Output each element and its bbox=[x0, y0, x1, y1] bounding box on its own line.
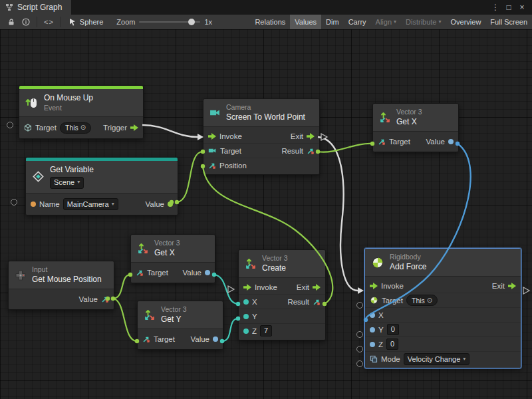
vector3-port-icon[interactable] bbox=[136, 269, 144, 277]
node-screen-to-world-point[interactable]: Camera Screen To World Point Invoke Exit… bbox=[203, 98, 320, 175]
y-value-input[interactable]: 0 bbox=[387, 324, 399, 335]
vector3-port-icon[interactable] bbox=[101, 295, 109, 303]
zoom-slider-thumb[interactable] bbox=[188, 19, 195, 25]
flow-in-icon[interactable] bbox=[243, 284, 251, 291]
vector3-port-icon[interactable] bbox=[142, 335, 150, 343]
port-pin[interactable] bbox=[356, 346, 363, 352]
camera-port-icon[interactable] bbox=[208, 146, 217, 155]
x-in-port[interactable] bbox=[243, 299, 249, 305]
dim-button[interactable]: Dim bbox=[321, 15, 344, 29]
mode-dropdown[interactable]: Velocity Change ▾ bbox=[404, 353, 470, 365]
flow-in-icon[interactable] bbox=[208, 133, 216, 140]
node-get-y[interactable]: Vector 3 Get Y Target Value bbox=[137, 301, 223, 350]
node-get-x-right[interactable]: Vector 3 Get X Target Value bbox=[372, 103, 459, 152]
mode-port-label: Mode bbox=[381, 355, 400, 363]
node-header[interactable]: Get Variable Scene ▾ bbox=[26, 161, 178, 194]
node-header[interactable]: Vector 3 Get X bbox=[373, 104, 458, 132]
vector3-port-icon[interactable] bbox=[378, 138, 386, 146]
value-out-port[interactable] bbox=[205, 270, 210, 275]
vector3-port-icon[interactable] bbox=[208, 162, 216, 170]
this-chip[interactable]: This⊙ bbox=[60, 122, 91, 134]
flow-out-icon[interactable] bbox=[307, 133, 315, 140]
node-header[interactable]: Vector 3 Create bbox=[239, 250, 325, 278]
flow-out-icon[interactable] bbox=[130, 124, 138, 131]
value-port-label: Value bbox=[426, 138, 445, 146]
port-pin[interactable] bbox=[356, 302, 363, 309]
flow-in-icon[interactable] bbox=[370, 283, 378, 289]
node-get-mouse-position[interactable]: Input Get Mouse Position Value bbox=[8, 261, 114, 310]
maximize-icon[interactable]: □ bbox=[503, 3, 515, 12]
close-icon[interactable]: × bbox=[516, 3, 528, 12]
target-dot-icon: ⊙ bbox=[80, 124, 86, 131]
vector3-icon bbox=[245, 258, 257, 270]
node-header[interactable]: Input Get Mouse Position bbox=[9, 261, 114, 289]
tab-script-graph[interactable]: Script Graph bbox=[0, 0, 71, 15]
node-header[interactable]: Vector 3 Get Y bbox=[138, 301, 223, 329]
target-port-label: Target bbox=[35, 124, 57, 132]
z-value-input[interactable]: 0 bbox=[386, 338, 398, 350]
graph-context[interactable]: Sphere bbox=[65, 18, 107, 26]
value-out-port[interactable] bbox=[168, 201, 173, 207]
port-pin[interactable] bbox=[356, 331, 363, 338]
node-header[interactable]: Rigidbody Add Force bbox=[365, 249, 521, 277]
string-port[interactable] bbox=[31, 201, 36, 207]
this-chip[interactable]: This⊙ bbox=[406, 295, 438, 306]
zoom-slider[interactable] bbox=[139, 15, 200, 29]
x-in-port[interactable] bbox=[370, 313, 375, 318]
z-in-port[interactable] bbox=[370, 342, 375, 347]
target-value-row: Target Value bbox=[138, 331, 223, 347]
vector3-icon bbox=[379, 112, 391, 124]
lock-icon[interactable] bbox=[4, 15, 19, 29]
variable-name-dropdown[interactable]: MainCamera ▾ bbox=[63, 198, 118, 210]
rigidbody-port-icon[interactable] bbox=[370, 296, 378, 305]
port-pin[interactable] bbox=[356, 360, 363, 367]
values-button[interactable]: Values bbox=[290, 15, 321, 29]
kebab-menu-icon[interactable]: ⋮ bbox=[489, 3, 501, 12]
result-port-label: Result bbox=[281, 147, 303, 155]
wire-mouse-to-gety bbox=[113, 299, 137, 341]
vector3-port-icon[interactable] bbox=[307, 147, 315, 155]
value-out-port[interactable] bbox=[213, 336, 218, 342]
node-header[interactable]: Vector 3 Get X bbox=[131, 235, 215, 263]
target-port-label: Target bbox=[382, 297, 403, 305]
target-value-row: Target Value bbox=[131, 265, 215, 281]
enum-port-icon[interactable] bbox=[370, 355, 378, 363]
wire-getx-to-create-x bbox=[214, 275, 238, 304]
y-in-port[interactable] bbox=[370, 327, 375, 332]
target-port-label: Target bbox=[389, 138, 410, 146]
flow-out-icon[interactable] bbox=[313, 284, 321, 291]
align-button[interactable]: Align▾ bbox=[371, 15, 401, 29]
flow-out-icon[interactable] bbox=[508, 283, 516, 289]
y-in-port[interactable] bbox=[243, 314, 249, 319]
carry-button[interactable]: Carry bbox=[344, 15, 371, 29]
value-out-port[interactable] bbox=[448, 139, 454, 144]
node-vector3-create[interactable]: Vector 3 Create Invoke Exit X Result bbox=[238, 249, 326, 340]
port-pin[interactable] bbox=[11, 199, 17, 205]
node-category: Camera bbox=[226, 103, 305, 112]
code-view-icon[interactable]: <> bbox=[41, 15, 57, 29]
variable-scope-dropdown[interactable]: Scene ▾ bbox=[50, 177, 84, 189]
node-get-x-mid[interactable]: Vector 3 Get X Target Value bbox=[130, 234, 215, 283]
z-in-port[interactable] bbox=[243, 329, 249, 334]
graph-canvas[interactable]: On Mouse Up Event Target This⊙ Trigger G… bbox=[0, 29, 532, 399]
relations-button[interactable]: Relations bbox=[250, 15, 290, 29]
chevron-down-icon: ▾ bbox=[463, 356, 466, 362]
node-title: Screen To World Point bbox=[226, 112, 305, 123]
node-get-variable[interactable]: Get Variable Scene ▾ Name MainCamera ▾ V… bbox=[25, 157, 178, 215]
node-header[interactable]: On Mouse Up Event bbox=[19, 89, 143, 117]
node-on-mouse-up[interactable]: On Mouse Up Event Target This⊙ Trigger bbox=[19, 85, 144, 139]
distribute-button[interactable]: Distribute▾ bbox=[401, 15, 446, 29]
port-pin[interactable] bbox=[7, 122, 13, 128]
wire-trigger-to-invoke bbox=[142, 125, 198, 137]
info-icon[interactable] bbox=[19, 15, 33, 29]
x-result-row: X Result bbox=[239, 294, 325, 309]
overview-button[interactable]: Overview bbox=[446, 15, 486, 29]
full-screen-button[interactable]: Full Screen bbox=[485, 15, 532, 29]
this-label: This bbox=[65, 124, 78, 132]
node-add-force[interactable]: Rigidbody Add Force Invoke Exit Target T… bbox=[364, 248, 521, 368]
z-value-input[interactable]: 7 bbox=[260, 325, 272, 336]
node-header[interactable]: Camera Screen To World Point bbox=[203, 99, 319, 127]
graph-toolbar: <> Sphere Zoom 1x Relations Values Dim C… bbox=[0, 15, 532, 30]
node-subtitle: Event bbox=[44, 104, 93, 113]
vector3-port-icon[interactable] bbox=[313, 298, 321, 306]
